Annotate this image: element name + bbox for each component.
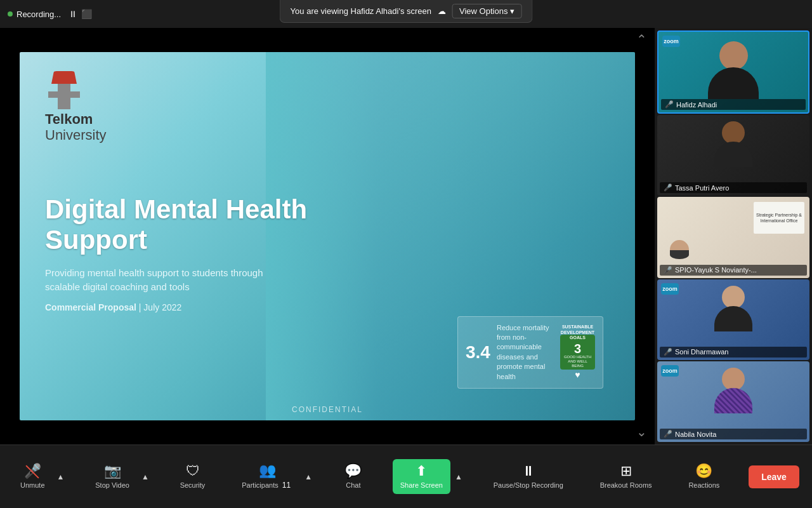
scroll-up-arrow[interactable]: ⌃ [636, 32, 647, 47]
slide-container: Telkom University Digital Mental Health … [20, 52, 635, 420]
logo-book [51, 71, 77, 84]
nabila-body [714, 388, 752, 413]
chevron-down-icon: ▾ [510, 6, 514, 16]
security-button[interactable]: 🛡 Security [173, 459, 213, 494]
telkom-logo-icon [45, 71, 83, 109]
reactions-label: Reactions [688, 481, 719, 489]
share-screen-caret[interactable]: ▲ [453, 471, 464, 483]
breakout-rooms-button[interactable]: ⊞ Breakout Rooms [593, 459, 660, 494]
mic-icon-soni: 🎤 [664, 348, 672, 356]
sdg-description: Reduce mortality from non-communicable d… [497, 323, 554, 382]
pause-recording-btn[interactable]: ⏸ [69, 9, 77, 19]
soni-body [714, 306, 752, 331]
university-text: University [45, 127, 107, 143]
soni-head [722, 286, 745, 309]
tassa-head [722, 121, 745, 144]
nabila-person [711, 368, 756, 418]
participant-tile-spio: Strategic Partnership & International Of… [657, 197, 809, 277]
spio-name-text: SPIO-Yayuk S Novianty-... [675, 266, 757, 274]
sdg-badge: SUSTAINABLE DEVELOPMENT GOALS 3 GOOD HEA… [560, 335, 595, 370]
sdg-badge-number: 3 [574, 342, 581, 355]
slide-content: Telkom University Digital Mental Health … [20, 52, 635, 420]
stop-video-group: 📷 Stop Video ▲ [88, 459, 151, 494]
hafidz-head [719, 41, 748, 70]
zoom-logo-soni: zoom [661, 283, 679, 295]
slide-title: Digital Mental Health Support [45, 194, 375, 256]
soni-person [711, 286, 756, 337]
unmute-caret[interactable]: ▲ [55, 471, 67, 483]
stop-recording-btn[interactable]: ⬛ [81, 9, 92, 19]
reactions-button[interactable]: 😊 Reactions [681, 459, 727, 494]
share-screen-label: Share Screen [400, 481, 443, 489]
screen-share-banner: You are viewing Hafidz Alhadi's screen ☁… [280, 0, 533, 23]
unmute-label: Unmute [20, 481, 45, 489]
slide-confidential: CONFIDENTIAL [292, 405, 363, 414]
participants-caret[interactable]: ▲ [303, 471, 314, 483]
slide-logo: Telkom University [45, 71, 610, 144]
slide-sdg-box: 3.4 Reduce mortality from non-communicab… [457, 316, 603, 389]
participants-count: 11 [280, 481, 292, 490]
participants-panel: zoom 🎤 Hafidz Alhadi 🎤 Tassa Putri Avero… [655, 28, 812, 444]
slide-subtitle: Providing mental health support to stude… [45, 266, 299, 295]
participants-button[interactable]: 👥 Participants 11 [234, 458, 300, 495]
toolbar: 🎤 Unmute ▲ 📷 Stop Video ▲ 🛡 Security 👥 P… [0, 444, 812, 508]
telkom-text: Telkom [45, 111, 93, 127]
tassa-person [714, 121, 752, 167]
nabila-name-text: Nabila Novita [675, 431, 716, 438]
recording-controls[interactable]: ⏸ ⬛ [69, 9, 92, 19]
zoom-logo-hafidz: zoom [662, 36, 680, 47]
view-options-label: View Options [459, 6, 508, 16]
participants-label-text: Participants [242, 481, 278, 489]
stop-video-button[interactable]: 📷 Stop Video [88, 459, 137, 494]
main-content: Telkom University Digital Mental Health … [0, 28, 655, 444]
spio-document: Strategic Partnership & International Of… [754, 202, 804, 234]
participant-tile-soni: zoom 🎤 Soni Dharmawan [657, 279, 809, 360]
tassa-name-text: Tassa Putri Avero [675, 184, 729, 192]
university-name: Telkom University [45, 112, 107, 144]
leave-button[interactable]: Leave [749, 465, 799, 488]
zoom-logo-nabila: zoom [661, 365, 679, 377]
microphone-muted-icon: 🎤 [24, 464, 41, 478]
spio-head [670, 240, 689, 259]
recording-indicator [8, 11, 13, 17]
mic-icon-hafidz: 🎤 [665, 100, 674, 109]
security-label: Security [180, 481, 206, 489]
unmute-group: 🎤 Unmute ▲ [13, 459, 66, 494]
share-screen-icon: ⬆ [416, 464, 427, 478]
view-options-button[interactable]: View Options ▾ [452, 4, 521, 18]
stop-video-label: Stop Video [95, 481, 129, 489]
tassa-name-label: 🎤 Tassa Putri Avero [660, 182, 807, 193]
hafidz-body [708, 67, 759, 99]
participants-group: 👥 Participants 11 ▲ [234, 458, 314, 495]
slide-proposal: Commercial Proposal | July 2022 [45, 302, 610, 312]
breakout-rooms-label: Breakout Rooms [600, 481, 652, 489]
hafidz-person [708, 41, 759, 99]
scroll-down-arrow[interactable]: ⌄ [636, 424, 647, 439]
chat-label: Chat [346, 481, 360, 489]
unmute-button[interactable]: 🎤 Unmute [13, 459, 53, 494]
video-camera-icon: 📷 [104, 464, 121, 478]
pause-stop-label: Pause/Stop Recording [494, 481, 563, 489]
reactions-icon: 😊 [695, 464, 712, 478]
recording-label: Recording... [16, 10, 61, 19]
pause-stop-recording-button[interactable]: ⏸ Pause/Stop Recording [486, 459, 571, 494]
nabila-head [722, 368, 745, 391]
participant-tile-nabila: zoom 🎤 Nabila Novita [657, 361, 809, 442]
share-screen-group: ⬆ Share Screen ▲ [393, 459, 464, 494]
video-caret[interactable]: ▲ [140, 471, 151, 483]
participants-icon: 👥 [259, 464, 276, 478]
hafidz-name-text: Hafidz Alhadi [676, 101, 717, 109]
chat-button[interactable]: 💬 Chat [336, 459, 371, 494]
breakout-rooms-icon: ⊞ [620, 464, 632, 478]
recording-section: Recording... ⏸ ⬛ [8, 9, 92, 19]
participant-tile-hafidz: zoom 🎤 Hafidz Alhadi [657, 30, 809, 114]
sdg-number: 3.4 [466, 342, 490, 363]
spio-name-label: 🎤 SPIO-Yayuk S Novianty-... [660, 265, 807, 276]
logo-t-shape [48, 84, 80, 109]
screen-share-text: You are viewing Hafidz Alhadi's screen [291, 6, 431, 16]
pause-stop-icon: ⏸ [521, 464, 535, 478]
slide-proposal-date: | July 2022 [139, 302, 181, 312]
spio-mask [670, 250, 689, 259]
soni-name-label: 🎤 Soni Dharmawan [660, 347, 807, 358]
share-screen-button[interactable]: ⬆ Share Screen [393, 459, 450, 494]
